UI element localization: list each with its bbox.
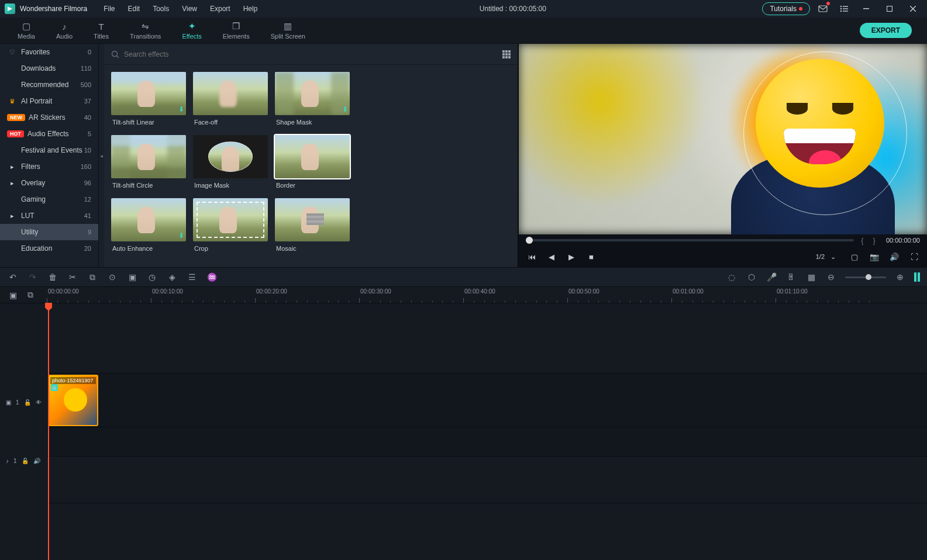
menu-tools[interactable]: Tools <box>147 2 175 15</box>
sidebar-item-gaming[interactable]: Gaming12 <box>0 191 98 208</box>
play-button[interactable]: ▶ <box>566 253 577 261</box>
snapshot-icon[interactable]: 📷 <box>869 253 880 261</box>
timeline-ruler[interactable]: 00:00:00:0000:00:10:0000:00:20:0000:00:3… <box>47 287 927 303</box>
timeline-toolbar: ↶ ↷ 🗑 ✂ ⧉ ⊙ ▣ ◷ ◈ ☰ ♒ ◌ ⬡ 🎤 🎚 ▦ ⊖ ⊕ <box>0 267 927 287</box>
split-icon: ▥ <box>284 21 292 32</box>
effect-mosaic[interactable]: Mosaic <box>275 198 350 257</box>
sidebar-item-utility[interactable]: Utility9 <box>0 224 98 240</box>
delete-button[interactable]: 🗑 <box>47 272 58 282</box>
track-labels: ▣1 🔓 👁 ♪1 🔓 🔊 <box>0 303 47 560</box>
messages-icon[interactable] <box>815 2 831 16</box>
stop-button[interactable]: ■ <box>585 253 597 261</box>
preview-quality-dropdown[interactable]: 1/2⌄ <box>811 252 840 262</box>
scrub-handle[interactable] <box>526 237 533 244</box>
prev-frame-button[interactable]: ⏮ <box>526 253 537 261</box>
fullscreen-icon[interactable]: ⛶ <box>908 253 920 261</box>
close-button[interactable] <box>904 0 922 18</box>
track-size-button[interactable]: ▣ <box>7 291 19 300</box>
sidebar-item-recommended[interactable]: Recommended500 <box>0 77 98 93</box>
sidebar-item-education[interactable]: Education20 <box>0 240 98 257</box>
keyframe-button[interactable]: ◈ <box>166 272 178 282</box>
app-logo-icon <box>5 4 15 14</box>
effect-tilt-shift-circle[interactable]: Tilt-shift Circle <box>111 135 186 193</box>
voiceover-button[interactable]: 🎤 <box>766 272 777 282</box>
preview-ratio-label: 1/2 <box>816 253 825 260</box>
timeline-tracks[interactable]: photo-152491907 ▤ <box>47 303 927 560</box>
sidebar-item-festival[interactable]: Festival and Events10 <box>0 142 98 158</box>
zoom-fit-button[interactable] <box>914 272 920 282</box>
effect-image-mask[interactable]: Image Mask <box>193 135 268 193</box>
preview-guide-circle[interactable] <box>743 51 907 215</box>
tab-audio[interactable]: ♪Audio <box>46 19 83 42</box>
tab-media[interactable]: ▢Media <box>7 19 46 42</box>
minimize-button[interactable] <box>857 0 876 18</box>
menu-help[interactable]: Help <box>237 2 264 15</box>
lock-icon[interactable]: 🔓 <box>24 399 31 406</box>
lock-icon[interactable]: 🔓 <box>22 458 29 464</box>
marker-button[interactable]: ⬡ <box>746 272 757 282</box>
duration-button[interactable]: ◷ <box>146 272 158 282</box>
effect-auto-enhance[interactable]: ⬇ Auto Enhance <box>111 198 186 257</box>
mark-out-button[interactable]: } <box>871 236 878 245</box>
tab-split-screen[interactable]: ▥Split Screen <box>260 19 316 42</box>
tutorials-button[interactable]: Tutorials <box>762 2 810 15</box>
step-back-button[interactable]: ◀ <box>546 253 557 261</box>
menu-edit[interactable]: Edit <box>122 2 146 15</box>
preview-canvas[interactable] <box>519 44 927 234</box>
guide-button[interactable]: ▦ <box>805 272 817 282</box>
sidebar-item-lut[interactable]: ▸LUT41 <box>0 208 98 224</box>
volume-icon[interactable]: 🔊 <box>888 253 900 261</box>
sidebar-item-downloads[interactable]: Downloads110 <box>0 60 98 77</box>
export-button[interactable]: EXPORT <box>860 23 912 38</box>
maximize-button[interactable] <box>880 0 899 18</box>
playhead[interactable] <box>48 303 49 560</box>
zoom-in-button[interactable]: ⊕ <box>894 272 906 282</box>
display-icon[interactable]: ▢ <box>849 253 860 261</box>
zoom-out-button[interactable]: ⊖ <box>825 272 837 282</box>
sidebar-collapse-button[interactable]: ◂ <box>98 44 104 267</box>
tab-titles[interactable]: TTitles <box>83 19 119 42</box>
visibility-icon[interactable]: 👁 <box>36 399 42 406</box>
mark-in-button[interactable]: { <box>859 236 866 245</box>
timeline-clip[interactable]: photo-152491907 ▤ <box>48 375 98 426</box>
freeze-frame-button[interactable]: ▣ <box>126 272 138 282</box>
sidebar-count: 41 <box>84 212 91 219</box>
tab-transitions[interactable]: ⇋Transitions <box>119 19 171 42</box>
audio-track-1[interactable] <box>47 427 927 457</box>
zoom-handle[interactable] <box>866 274 871 280</box>
mixer-button[interactable]: 🎚 <box>785 272 797 282</box>
undo-button[interactable]: ↶ <box>7 272 19 282</box>
grid-view-icon[interactable] <box>502 50 511 58</box>
crop-button[interactable]: ⧉ <box>87 272 98 282</box>
effect-face-off[interactable]: Face-off <box>193 72 268 130</box>
effect-crop[interactable]: Crop <box>193 198 268 257</box>
cut-button[interactable]: ✂ <box>67 272 78 282</box>
effect-border[interactable]: Border <box>275 135 350 193</box>
menu-export[interactable]: Export <box>204 2 236 15</box>
sidebar-item-overlay[interactable]: ▸Overlay96 <box>0 175 98 191</box>
audio-button[interactable]: ♒ <box>206 272 218 282</box>
svg-point-3 <box>840 8 842 9</box>
effect-shape-mask[interactable]: ⬇ Shape Mask <box>275 72 350 130</box>
adjust-button[interactable]: ☰ <box>186 272 198 282</box>
mute-icon[interactable]: 🔊 <box>33 458 40 464</box>
scrub-track[interactable] <box>526 239 854 241</box>
redo-button[interactable]: ↷ <box>27 272 39 282</box>
link-button[interactable]: ⧉ <box>25 290 36 300</box>
sidebar-item-audio-effects[interactable]: HOTAudio Effects5 <box>0 126 98 142</box>
speed-button[interactable]: ⊙ <box>106 272 118 282</box>
tab-elements[interactable]: ❐Elements <box>212 19 260 42</box>
effect-tilt-shift-linear[interactable]: ⬇ Tilt-shift Linear <box>111 72 186 130</box>
sidebar-item-ai-portrait[interactable]: ♛AI Portrait37 <box>0 93 98 109</box>
menu-view[interactable]: View <box>176 2 203 15</box>
sidebar-item-ar-stickers[interactable]: NEWAR Stickers40 <box>0 109 98 126</box>
sidebar-item-filters[interactable]: ▸Filters160 <box>0 158 98 175</box>
menu-file[interactable]: File <box>98 2 120 15</box>
zoom-slider[interactable] <box>845 276 886 278</box>
render-button[interactable]: ◌ <box>726 272 738 282</box>
sidebar-item-favorites[interactable]: ♡Favorites0 <box>0 44 98 60</box>
search-input[interactable] <box>119 50 502 58</box>
list-icon[interactable] <box>836 2 852 16</box>
video-track-1[interactable]: photo-152491907 ▤ <box>47 374 927 427</box>
tab-effects[interactable]: ✦Effects <box>171 19 212 42</box>
